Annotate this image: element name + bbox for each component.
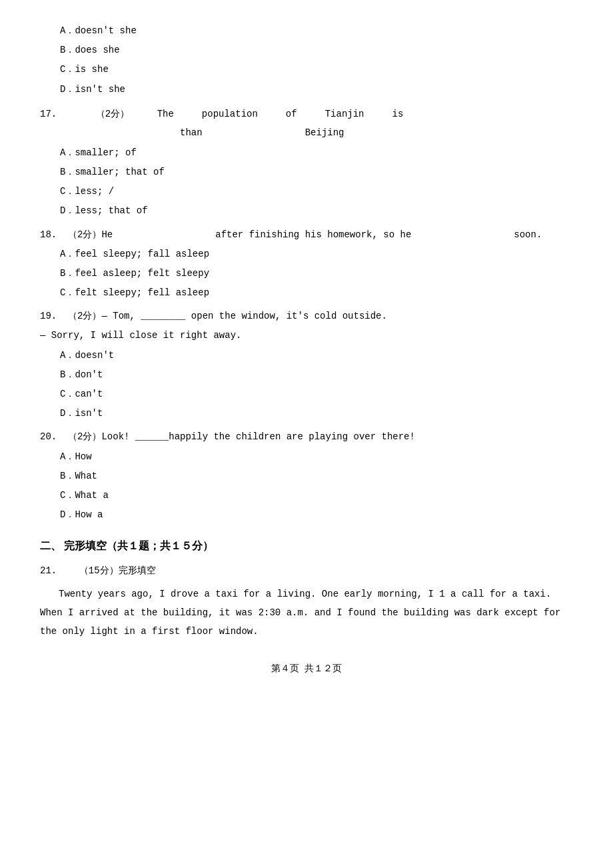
q20-text: Look! ______happily the children are pla… — [101, 429, 414, 445]
q21-label: 21. （15分）完形填空 — [40, 563, 573, 579]
q19-line2: — Sorry, I will close it right away. — [40, 327, 573, 344]
q19-block: 19. （2分） — Tom, ________ open the window… — [40, 308, 573, 422]
q17-text2: than Beijing — [180, 127, 344, 138]
q21-points: （15分）完形填空 — [79, 565, 156, 576]
q17-line2: than Beijing — [40, 123, 573, 142]
q19-text1: — Tom, ________ open the window, it's co… — [101, 308, 386, 325]
q19-line1: 19. （2分） — Tom, ________ open the window… — [40, 308, 573, 325]
q19-option-a: A．doesn't — [60, 347, 573, 364]
q20-number: 20. — [40, 429, 57, 445]
q21-number: 21. — [40, 565, 57, 576]
q18-option-b: B．feel asleep; felt sleepy — [60, 265, 573, 282]
q16-options: A．doesn't she B．does she C．is she D．isn'… — [40, 23, 573, 98]
q16-option-c: C．is she — [60, 61, 573, 78]
page-footer: 第４页 共１２页 — [40, 661, 573, 677]
q18-option-c: C．felt sleepy; fell asleep — [60, 285, 573, 301]
q16-option-a: A．doesn't she — [60, 23, 573, 39]
q17-text1: The population of Tianjin is — [157, 105, 404, 123]
q17-option-b: B．smaller; that of — [60, 164, 573, 181]
q17-block: 17. （2分） The population of Tianjin is th… — [40, 105, 573, 220]
q19-option-c: C．can't — [60, 386, 573, 403]
q21-passage: Twenty years ago, I drove a taxi for a l… — [40, 585, 573, 641]
q20-block: 20. （2分） Look! ______happily the childre… — [40, 429, 573, 523]
q18-option-a: A．feel sleepy; fall asleep — [60, 246, 573, 263]
q19-points: （2分） — [68, 308, 101, 325]
q20-points: （2分） — [68, 429, 101, 445]
q19-text2: — Sorry, I will close it right away. — [40, 327, 241, 344]
q17-option-a: A．smaller; of — [60, 145, 573, 161]
q20-option-d: D．How a — [60, 507, 573, 523]
q19-number: 19. — [40, 308, 57, 325]
q20-line: 20. （2分） Look! ______happily the childre… — [40, 429, 573, 445]
q20-option-b: B．What — [60, 468, 573, 485]
q19-option-b: B．don't — [60, 367, 573, 383]
q17-option-c: C．less; / — [60, 183, 573, 200]
q17-points: （2分） — [96, 105, 129, 123]
q20-option-a: A．How — [60, 449, 573, 465]
q17-option-d: D．less; that of — [60, 203, 573, 219]
q18-line: 18. （2分） He after finishing his homework… — [40, 227, 573, 243]
q17-number: 17. — [40, 105, 57, 123]
q16-option-b: B．does she — [60, 42, 573, 59]
q21-block: 21. （15分）完形填空 Twenty years ago, I drove … — [40, 563, 573, 641]
q18-number: 18. — [40, 227, 57, 243]
q18-block: 18. （2分） He after finishing his homework… — [40, 227, 573, 302]
q19-option-d: D．isn't — [60, 405, 573, 422]
section2-header: 二、 完形填空（共１题；共１５分） — [40, 537, 573, 556]
q18-points: （2分） — [68, 227, 101, 243]
q20-option-c: C．What a — [60, 487, 573, 504]
q17-line1: 17. （2分） The population of Tianjin is — [40, 105, 573, 123]
q16-option-d: D．isn't she — [60, 81, 573, 98]
q18-text: He after finishing his homework, so he s… — [101, 227, 542, 243]
